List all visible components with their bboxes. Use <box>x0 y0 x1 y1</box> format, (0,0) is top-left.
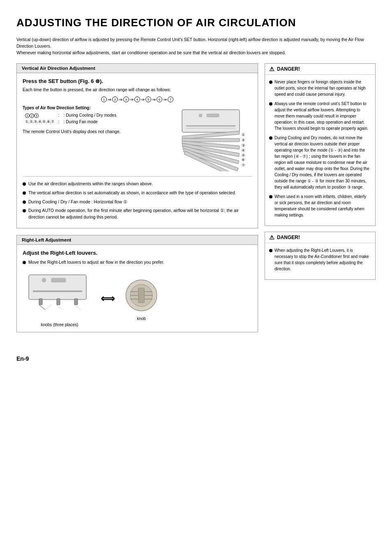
svg-text:①: ① <box>242 133 245 137</box>
svg-rect-7 <box>182 138 240 142</box>
step-1: 1 <box>101 97 107 102</box>
svg-text:③: ③ <box>242 143 245 147</box>
bullet-dot-1 <box>23 182 26 186</box>
arrow-4: ⇒ <box>141 97 145 102</box>
svg-text:⑦: ⑦ <box>242 163 245 167</box>
d1-dot-2 <box>269 102 272 106</box>
knobs-label: knobs (three places) <box>27 322 92 327</box>
ac-unit-diagram: ① ② ③ ④ ⑤ <box>178 106 252 172</box>
bullet-item-2: The vertical airflow direction is set au… <box>23 190 252 196</box>
svg-line-27 <box>45 305 51 310</box>
danger-box-1: ⚠ DANGER! Never place fingers or foreign… <box>265 63 376 226</box>
type1-label: : During Cooling / Dry modes <box>62 113 118 118</box>
svg-rect-20 <box>33 290 82 292</box>
types-title: Types of Air flow Direction Setting: <box>23 106 171 110</box>
arrow-2: ⇒ <box>119 97 122 102</box>
svg-rect-2 <box>186 128 235 129</box>
rl-bullet-dot-1 <box>23 261 26 264</box>
type2-range: ①,②,③,④,⑤,⑥,⑦ <box>23 119 56 124</box>
type1-range-1: 1 <box>25 113 30 118</box>
svg-text:②: ② <box>242 138 245 142</box>
rl-subsection-title: Adjust the Right-Left louvers. <box>23 250 252 256</box>
svg-rect-35 <box>138 288 144 303</box>
d1-dot-1 <box>269 81 272 84</box>
vertical-section-box: Vertical Air Direction Adjustment Press … <box>16 63 258 228</box>
arrow-1: ⇒ <box>108 97 111 102</box>
bullet-dot-3 <box>23 200 26 204</box>
right-left-section-title: Right-Left Adjustment <box>17 235 258 245</box>
type2-label: : During Fan mode <box>62 119 118 124</box>
bullet-dot-4 <box>23 209 26 212</box>
step-4: 4 <box>134 97 140 102</box>
svg-line-29 <box>74 305 81 310</box>
right-column: ⚠ DANGER! Never place fingers or foreign… <box>265 63 376 339</box>
danger1-bullet-2: Always use the remote control unit's SET… <box>269 101 371 131</box>
d2-dot-1 <box>269 249 272 252</box>
step-6: 6 <box>157 97 162 102</box>
step-5: 5 <box>145 97 151 102</box>
danger-content-2: When adjusting the Right-Left Louvers, i… <box>265 243 375 279</box>
bullet-dot-2 <box>23 191 26 195</box>
vertical-section-content: Press the SET button (Fig. 6 ⊗). Each ti… <box>17 73 258 228</box>
knob-label: knob <box>123 316 160 321</box>
danger-label-1: DANGER! <box>277 66 300 72</box>
page-title: ADJUSTING THE DIRECTION OF AIR CIRCULATI… <box>16 16 376 29</box>
svg-point-22 <box>42 278 46 282</box>
left-column: Vertical Air Direction Adjustment Press … <box>16 63 258 339</box>
right-left-section-content: Adjust the Right-Left louvers. Move the … <box>17 245 258 332</box>
bullet-item-1: Use the air direction adjustments within… <box>23 181 252 187</box>
step-3: 3 <box>123 97 129 102</box>
type1-range-2: 2 <box>30 113 34 118</box>
d1-dot-4 <box>269 195 272 198</box>
right-left-section-box: Right-Left Adjustment Adjust the Right-L… <box>16 235 258 332</box>
svg-rect-21 <box>51 278 66 282</box>
svg-rect-3 <box>207 114 219 117</box>
danger-content-1: Never place fingers or foreign objects i… <box>265 75 375 226</box>
d1-dot-3 <box>269 136 272 140</box>
page-number: En-9 <box>16 355 376 362</box>
svg-line-26 <box>39 305 45 310</box>
svg-rect-0 <box>182 110 240 132</box>
ac-front-svg <box>27 271 92 320</box>
danger-label-2: DANGER! <box>277 235 300 240</box>
svg-point-4 <box>199 114 202 117</box>
bullet-item-3: During Cooling / Dry / Fan mode : Horizo… <box>23 199 252 205</box>
svg-rect-1 <box>186 125 235 127</box>
type1-range-3: 3 <box>34 113 39 118</box>
types-table: 123 : : During Cooling / Dry modes ①,②,③… <box>23 112 119 125</box>
danger1-bullet-1: Never place fingers or foreign objects i… <box>269 79 371 97</box>
divider <box>23 176 252 177</box>
set-button-title: Press the SET button (Fig. 6 ⊗). <box>23 78 252 84</box>
vertical-bullets: Use the air direction adjustments within… <box>23 181 252 221</box>
knob-closeup: knob <box>123 277 160 321</box>
danger2-bullet-1: When adjusting the Right-Left Louvers, i… <box>269 247 371 272</box>
rl-bullets: Move the Right-Left louvers to adjust ai… <box>23 259 252 266</box>
rl-bullet-1: Move the Right-Left louvers to adjust ai… <box>23 259 252 266</box>
svg-line-28 <box>57 305 63 310</box>
warning-icon-2: ⚠ <box>269 234 274 241</box>
danger-box-2: ⚠ DANGER! When adjusting the Right-Left … <box>265 232 376 280</box>
svg-rect-23 <box>39 299 42 305</box>
svg-text:④: ④ <box>242 148 245 152</box>
arrow-3: ⇒ <box>130 97 134 102</box>
no-change-text: The remote Control Unit's display does n… <box>23 129 171 135</box>
rl-arrow: ⟺ <box>101 293 115 304</box>
arrow-6: ⇒ <box>163 97 167 102</box>
set-button-text: Each time the button is pressed, the air… <box>23 87 252 93</box>
ac-unit-svg: ① ② ③ ④ ⑤ <box>178 106 252 171</box>
svg-text:⑥: ⑥ <box>242 158 245 162</box>
danger-header-1: ⚠ DANGER! <box>265 64 375 75</box>
danger1-bullet-4: When used in a room with infants, childr… <box>269 193 371 218</box>
svg-rect-25 <box>74 299 78 305</box>
danger1-bullet-3: During Cooling and Dry modes, do not mov… <box>269 135 371 190</box>
svg-text:⑤: ⑤ <box>242 153 245 157</box>
bullet-item-4: During AUTO mode operation, for the firs… <box>23 207 252 221</box>
danger-header-2: ⚠ DANGER! <box>265 232 375 243</box>
airflow-sequence: 1 ⇒ 2 ⇒ 3 ⇒ 4 ⇒ 5 ⇒ 6 ⇒ 7 <box>23 97 252 102</box>
arrow-5: ⇒ <box>152 97 156 102</box>
knob-svg <box>123 277 160 314</box>
ac-front-diagram: knobs (three places) <box>27 271 92 327</box>
vertical-section-title: Vertical Air Direction Adjustment <box>17 64 258 73</box>
step-2: 2 <box>112 97 118 102</box>
svg-rect-24 <box>57 299 60 305</box>
